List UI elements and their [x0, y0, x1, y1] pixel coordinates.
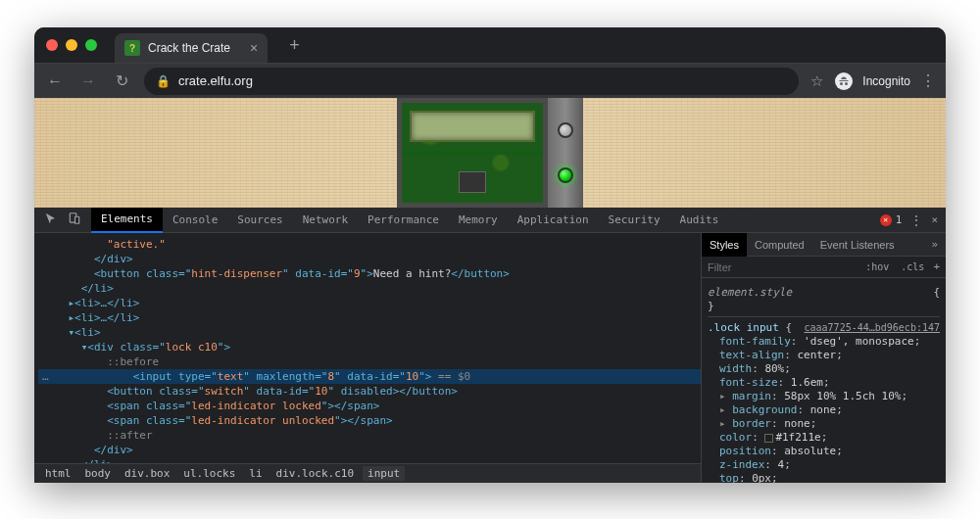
chip-icon	[459, 171, 486, 193]
devtools-close-icon[interactable]: ×	[931, 213, 938, 226]
bookmark-star-icon[interactable]: ☆	[810, 72, 823, 90]
breadcrumb-item[interactable]: html	[40, 466, 76, 481]
css-property[interactable]: top: 0px;	[708, 472, 940, 483]
lock-icon: 🔒	[156, 74, 171, 88]
led-strip	[548, 98, 583, 208]
breadcrumb-item[interactable]: div.lock.c10	[271, 466, 359, 481]
devtools-tab-console[interactable]: Console	[163, 208, 227, 233]
styles-pane: Styles Computed Event Listeners » :hov .…	[701, 233, 946, 483]
new-tab-button[interactable]: +	[283, 35, 306, 56]
hov-toggle[interactable]: :hov	[862, 261, 892, 272]
breadcrumb-item[interactable]: div.box	[120, 466, 174, 481]
error-indicator[interactable]: ✕1	[880, 213, 903, 226]
svg-rect-1	[75, 216, 79, 223]
circuit-board	[397, 98, 548, 208]
css-property[interactable]: font-family: 'dseg', monospace;	[708, 335, 940, 349]
css-property[interactable]: z-index: 4;	[708, 458, 940, 472]
led-unlocked	[558, 167, 573, 183]
led-locked	[558, 122, 573, 138]
url-text: crate.elfu.org	[178, 73, 253, 88]
devtools-tab-memory[interactable]: Memory	[449, 208, 508, 233]
devtools-tab-network[interactable]: Network	[293, 208, 358, 233]
styles-tabs-more-icon[interactable]: »	[923, 238, 946, 251]
styles-filter-input[interactable]	[708, 261, 857, 273]
rule-source-link[interactable]: caaa7725-44…bd96ecb:147	[805, 321, 940, 335]
tab-close-icon[interactable]: ×	[250, 40, 258, 56]
reload-button[interactable]: ↻	[111, 71, 132, 90]
styles-tab-styles[interactable]: Styles	[702, 233, 747, 257]
tab-title: Crack the Crate	[148, 41, 230, 55]
inspect-icon[interactable]	[44, 212, 58, 228]
css-property[interactable]: ▸ background: none;	[708, 403, 940, 417]
maximize-window-button[interactable]	[85, 39, 97, 51]
new-rule-button[interactable]: +	[933, 260, 940, 273]
breadcrumb-item[interactable]: body	[80, 466, 117, 481]
css-property[interactable]: text-align: center;	[708, 349, 940, 362]
incognito-label: Incognito	[862, 74, 910, 88]
css-property[interactable]: width: 80%;	[708, 362, 940, 376]
dom-breadcrumb[interactable]: html body div.box ul.locks li div.lock.c…	[34, 463, 701, 483]
breadcrumb-item[interactable]: input	[363, 466, 405, 481]
dom-selected-input[interactable]: … <input type="text" maxlength="8" data-…	[38, 369, 701, 384]
dom-li-expanded[interactable]: ▾<li>	[38, 325, 701, 340]
devtools-tabbar: Elements Console Sources Network Perform…	[34, 208, 946, 233]
address-bar[interactable]: 🔒 crate.elfu.org	[144, 68, 799, 95]
styles-rules[interactable]: element.style { } .lock input { caaa7725…	[702, 278, 946, 483]
device-toggle-icon[interactable]	[68, 212, 81, 228]
css-property[interactable]: color: #1f211e;	[708, 431, 940, 445]
lcd-screen[interactable]	[410, 111, 535, 142]
breadcrumb-item[interactable]: ul.locks	[178, 466, 240, 481]
devtools: Elements Console Sources Network Perform…	[34, 208, 946, 483]
back-button[interactable]: ←	[44, 72, 66, 90]
minimize-window-button[interactable]	[66, 39, 77, 51]
devtools-tab-security[interactable]: Security	[599, 208, 670, 233]
toolbar: ← → ↻ 🔒 crate.elfu.org ☆ Incognito ⋮	[34, 63, 946, 98]
cls-toggle[interactable]: .cls	[898, 261, 927, 272]
css-property[interactable]: font-size: 1.6em;	[708, 376, 940, 390]
devtools-tab-application[interactable]: Application	[508, 208, 599, 233]
devtools-tab-performance[interactable]: Performance	[358, 208, 449, 233]
css-property[interactable]: ▸ margin: 58px 10% 1.5ch 10%;	[708, 390, 940, 403]
titlebar: ? Crack the Crate × +	[34, 27, 946, 63]
styles-tab-eventlisteners[interactable]: Event Listeners	[812, 233, 903, 257]
css-property[interactable]: position: absolute;	[708, 445, 940, 458]
traffic-lights	[46, 39, 97, 51]
close-window-button[interactable]	[46, 39, 58, 51]
incognito-icon	[835, 72, 853, 90]
devtools-menu-icon[interactable]: ⋮	[909, 212, 923, 228]
css-property[interactable]: ▸ border: none;	[708, 417, 940, 431]
browser-menu-icon[interactable]: ⋮	[920, 71, 936, 90]
page-viewport	[34, 98, 946, 208]
dom-li-collapsed[interactable]: ▸<li>…</li>	[38, 310, 701, 325]
styles-tab-computed[interactable]: Computed	[747, 233, 812, 257]
forward-button[interactable]: →	[77, 72, 99, 90]
device-panel	[397, 98, 583, 208]
breadcrumb-item[interactable]: li	[244, 466, 267, 481]
dom-tree[interactable]: "active." </div> <button class="hint-dis…	[34, 233, 701, 463]
browser-tab[interactable]: ? Crack the Crate ×	[115, 33, 268, 63]
dom-li-collapsed[interactable]: ▸<li>…</li>	[38, 296, 701, 310]
devtools-tab-audits[interactable]: Audits	[670, 208, 729, 233]
devtools-tab-sources[interactable]: Sources	[227, 208, 292, 233]
devtools-tab-elements[interactable]: Elements	[91, 208, 163, 233]
favicon: ?	[124, 40, 140, 56]
